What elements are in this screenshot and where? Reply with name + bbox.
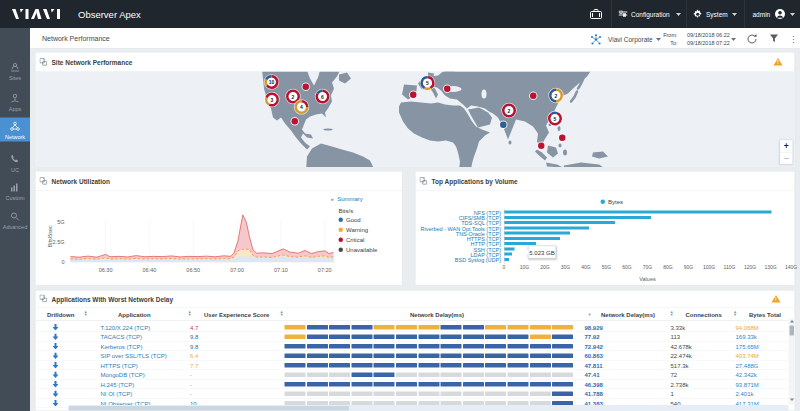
svg-text:06:50: 06:50 xyxy=(186,267,200,273)
svg-text:07:20: 07:20 xyxy=(318,267,332,273)
svg-text:4: 4 xyxy=(300,104,303,110)
svg-text:5: 5 xyxy=(554,116,557,122)
svg-text:2.5G: 2.5G xyxy=(53,239,65,245)
svg-text:5G: 5G xyxy=(57,219,64,225)
svg-text:0: 0 xyxy=(61,259,64,265)
svg-text:10: 10 xyxy=(269,79,275,85)
svg-text:2: 2 xyxy=(508,108,511,114)
svg-text:5: 5 xyxy=(426,80,429,86)
svg-text:6: 6 xyxy=(321,94,324,100)
svg-text:3: 3 xyxy=(271,97,274,103)
svg-text:07:10: 07:10 xyxy=(274,267,288,273)
svg-text:2: 2 xyxy=(555,93,558,99)
svg-text:07:00: 07:00 xyxy=(230,267,244,273)
svg-text:06:40: 06:40 xyxy=(143,267,157,273)
svg-text:06:30: 06:30 xyxy=(99,267,113,273)
